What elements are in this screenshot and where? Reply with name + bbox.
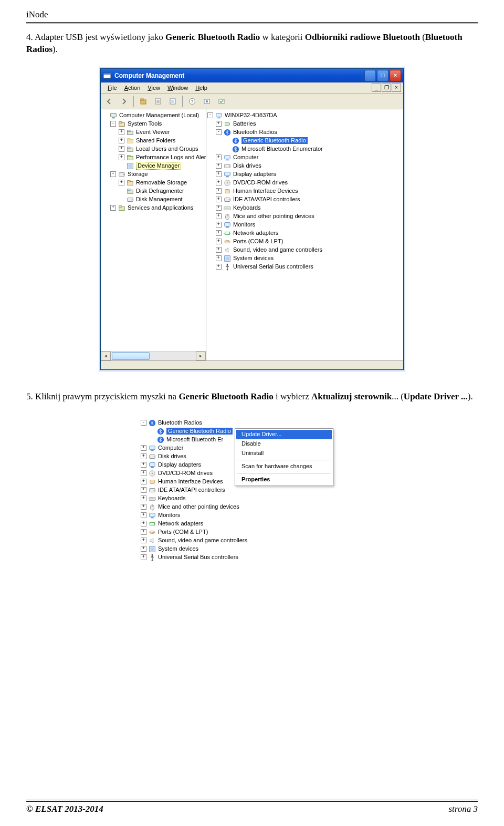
mdi-restore-button[interactable]: ❐ <box>382 84 391 92</box>
context-menu[interactable]: Update Driver...DisableUninstallScan for… <box>235 428 333 486</box>
help-button[interactable]: ? <box>186 95 198 108</box>
expand-icon[interactable]: + <box>216 163 222 169</box>
expand-icon[interactable]: + <box>110 205 116 211</box>
tree-item[interactable]: +Universal Serial Bus controllers <box>207 263 402 271</box>
tree-item[interactable]: +Human Interface Devices <box>207 187 402 195</box>
tree-item[interactable]: +Disk drives <box>207 162 402 170</box>
tree-item[interactable]: +Ports (COM & LPT) <box>207 238 402 246</box>
expand-icon[interactable]: + <box>141 554 146 560</box>
expand-icon[interactable]: + <box>141 538 146 543</box>
scroll-right-button[interactable]: ▸ <box>196 352 206 360</box>
tree-item[interactable]: +Network adapters <box>132 520 372 528</box>
tree-item[interactable]: +IDE ATA/ATAPI controllers <box>207 195 402 204</box>
expand-icon[interactable]: + <box>216 154 222 160</box>
tree-item[interactable]: +Sound, video and game controllers <box>132 536 372 545</box>
tree-item[interactable]: +Universal Serial Bus controllers <box>132 553 372 562</box>
tree-item[interactable]: +System devices <box>207 254 402 263</box>
scroll-thumb[interactable] <box>112 352 150 360</box>
tree-item[interactable]: Disk Management <box>102 195 205 204</box>
expand-icon[interactable]: + <box>141 495 146 501</box>
menu-item-scan-for-hardware-changes[interactable]: Scan for hardware changes <box>236 462 332 471</box>
titlebar[interactable]: Computer Management _ □ × <box>101 69 403 82</box>
menu-item-uninstall[interactable]: Uninstall <box>236 449 332 458</box>
refresh-button[interactable] <box>166 95 179 108</box>
collapse-icon[interactable]: - <box>110 171 116 177</box>
forward-button[interactable] <box>118 95 130 108</box>
tree-item[interactable]: +Sound, video and game controllers <box>207 246 402 254</box>
expand-icon[interactable]: + <box>141 462 146 468</box>
tree-item[interactable]: Device Manager <box>102 162 205 170</box>
toolbar-icon-1[interactable] <box>201 95 213 108</box>
close-button[interactable]: × <box>390 70 401 81</box>
expand-icon[interactable]: + <box>141 453 146 459</box>
menu-item-action[interactable]: Action <box>121 84 144 92</box>
expand-icon[interactable]: + <box>141 504 146 510</box>
tree-item[interactable]: Microsoft Bluetooth Enumerator <box>207 145 402 153</box>
tree-item[interactable]: +IDE ATA/ATAPI controllers <box>132 486 372 494</box>
tree-item[interactable]: Computer Management (Local) <box>102 111 205 120</box>
expand-icon[interactable]: + <box>141 479 146 484</box>
tree-item[interactable]: +DVD/CD-ROM drives <box>207 179 402 187</box>
scroll-left-button[interactable]: ◂ <box>101 352 111 360</box>
tree-item[interactable]: +Services and Applications <box>102 204 205 212</box>
tree-item[interactable]: +Local Users and Groups <box>102 145 205 153</box>
tree-item[interactable]: -Bluetooth Radios <box>207 128 402 137</box>
mdi-close-button[interactable]: × <box>392 84 401 92</box>
expand-icon[interactable]: + <box>141 512 146 518</box>
tree-item[interactable]: +System devices <box>132 545 372 553</box>
menu-item-disable[interactable]: Disable <box>236 439 332 449</box>
expand-icon[interactable]: + <box>216 205 222 211</box>
mdi-minimize-button[interactable]: _ <box>372 84 381 92</box>
menu-item-view[interactable]: View <box>144 84 164 92</box>
expand-icon[interactable]: + <box>141 529 146 535</box>
tree-item[interactable]: -Storage <box>102 170 205 179</box>
right-tree[interactable]: -WINXP32-4D837DA+Batteries-Bluetooth Rad… <box>206 109 403 273</box>
tree-item[interactable]: +Computer <box>207 153 402 162</box>
expand-icon[interactable]: + <box>119 129 124 135</box>
up-button[interactable] <box>137 95 150 108</box>
expand-icon[interactable]: + <box>216 188 222 194</box>
expand-icon[interactable]: + <box>141 445 146 451</box>
expand-icon[interactable]: + <box>216 180 222 185</box>
left-tree[interactable]: Computer Management (Local)-System Tools… <box>101 109 206 351</box>
minimize-button[interactable]: _ <box>364 70 376 81</box>
expand-icon[interactable]: + <box>216 222 222 228</box>
tree-item[interactable]: -Bluetooth Radios <box>132 419 372 427</box>
collapse-icon[interactable]: - <box>110 121 116 127</box>
maximize-button[interactable]: □ <box>377 70 388 81</box>
expand-icon[interactable]: + <box>141 487 146 493</box>
toolbar-icon-2[interactable] <box>215 95 228 108</box>
expand-icon[interactable]: + <box>216 197 222 202</box>
tree-item[interactable]: Disk Defragmenter <box>102 187 205 195</box>
menu-item-update-driver[interactable]: Update Driver... <box>236 430 332 439</box>
expand-icon[interactable]: + <box>141 521 146 526</box>
tree-item[interactable]: -System Tools <box>102 120 205 128</box>
expand-icon[interactable]: + <box>216 255 222 261</box>
tree-item[interactable]: +Keyboards <box>132 494 372 503</box>
back-button[interactable] <box>103 95 116 108</box>
tree-item[interactable]: +Shared Folders <box>102 137 205 145</box>
tree-item[interactable]: +Mice and other pointing devices <box>132 503 372 511</box>
expand-icon[interactable]: + <box>216 247 222 253</box>
expand-icon[interactable]: + <box>216 239 222 244</box>
expand-icon[interactable]: + <box>141 470 146 476</box>
tree-item[interactable]: +Network adapters <box>207 229 402 238</box>
expand-icon[interactable]: + <box>216 121 222 127</box>
tree-item[interactable]: +Performance Logs and Alerts <box>102 153 205 162</box>
menu-item-file[interactable]: File <box>104 84 121 92</box>
expand-icon[interactable]: + <box>216 230 222 236</box>
tree-item[interactable]: Generic Bluetooth Radio <box>207 137 402 145</box>
collapse-icon[interactable]: - <box>141 420 146 426</box>
tree-item[interactable]: +Monitors <box>132 511 372 520</box>
tree-item[interactable]: +Display adapters <box>207 170 402 179</box>
tree-item[interactable]: +Batteries <box>207 120 402 128</box>
tree-item[interactable]: +Monitors <box>207 221 402 229</box>
menu-item-help[interactable]: Help <box>192 84 211 92</box>
scroll-track[interactable] <box>111 352 196 360</box>
properties-button[interactable] <box>152 95 164 108</box>
menu-item-properties[interactable]: Properties <box>236 475 332 484</box>
expand-icon[interactable]: + <box>119 146 124 152</box>
tree-item[interactable]: +Ports (COM & LPT) <box>132 528 372 536</box>
tree-item[interactable]: +Event Viewer <box>102 128 205 137</box>
left-hscroll[interactable]: ◂ ▸ <box>101 351 206 360</box>
